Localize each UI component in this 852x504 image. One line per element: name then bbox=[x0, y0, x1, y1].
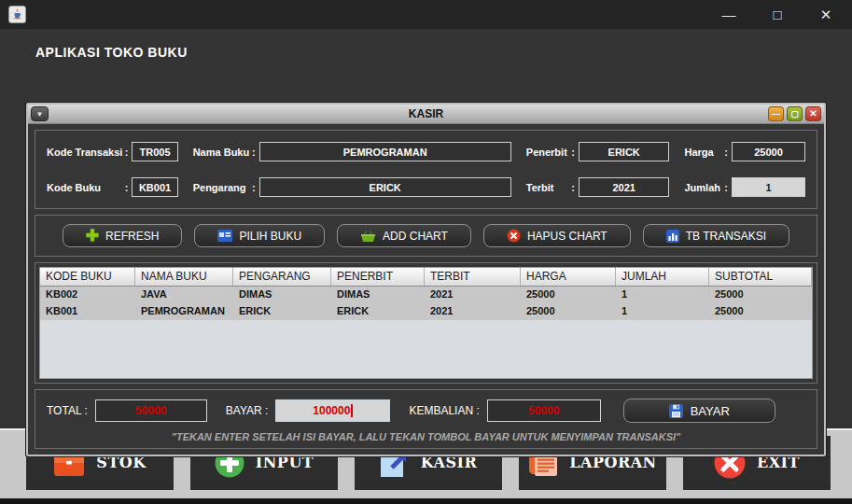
form-panel: Kode Transaksi : TR005 Nama Buku : PEMRO… bbox=[35, 130, 817, 209]
refresh-button[interactable]: ✚ REFRESH bbox=[63, 224, 183, 247]
jumlah-field[interactable]: 1 bbox=[732, 177, 805, 197]
payment-row: TOTAL : 50000 BAYAR : 100000 KEMBALIAN :… bbox=[47, 399, 805, 423]
cell: 25000 bbox=[521, 287, 616, 303]
close-button[interactable]: ✕ bbox=[805, 1, 846, 28]
colon: : bbox=[571, 182, 575, 193]
col-penerbit[interactable]: PENERBIT bbox=[331, 268, 425, 286]
cell: 1 bbox=[616, 287, 709, 303]
bayar-button-label: BAYAR bbox=[691, 404, 730, 418]
cell: PEMROGRAMAN bbox=[135, 303, 233, 320]
frame-minimize-button[interactable]: — bbox=[768, 106, 784, 121]
window-bottom-border bbox=[0, 498, 852, 504]
colon: : bbox=[724, 182, 728, 193]
terbit-field[interactable]: 2021 bbox=[579, 177, 670, 197]
form-row-2: Kode Buku : KB001 Pengarang : ERICK Terb… bbox=[47, 177, 805, 197]
hapus-chart-label: HAPUS CHART bbox=[527, 230, 608, 243]
hapus-chart-button[interactable]: HAPUS CHART bbox=[483, 224, 631, 247]
cell: ERICK bbox=[233, 303, 331, 320]
total-field[interactable]: 50000 bbox=[95, 399, 207, 422]
app-window: — □ ✕ APLIKASI TOKO BUKU ▼ KASIR — ▢ ✕ bbox=[0, 0, 852, 504]
text-cursor bbox=[351, 404, 353, 417]
table-header-row: KODE BUKU NAMA BUKU PENGARANG PENERBIT T… bbox=[40, 268, 812, 287]
basket-icon bbox=[360, 230, 376, 243]
cell: DIMAS bbox=[233, 287, 331, 303]
col-jumlah[interactable]: JUMLAH bbox=[616, 268, 709, 286]
col-nama-buku[interactable]: NAMA BUKU bbox=[135, 268, 233, 286]
cell: DIMAS bbox=[331, 287, 425, 303]
payment-panel: TOTAL : 50000 BAYAR : 100000 KEMBALIAN :… bbox=[35, 389, 817, 449]
pengarang-field[interactable]: ERICK bbox=[259, 177, 511, 197]
table-panel: KODE BUKU NAMA BUKU PENGARANG PENERBIT T… bbox=[35, 262, 817, 384]
harga-label: Harga bbox=[684, 147, 722, 158]
kasir-frame-titlebar[interactable]: ▼ KASIR — ▢ ✕ bbox=[28, 105, 824, 124]
form-row-1: Kode Transaksi : TR005 Nama Buku : PEMRO… bbox=[47, 142, 805, 161]
cell: 1 bbox=[616, 303, 709, 320]
java-coffee-icon bbox=[8, 6, 26, 23]
kasir-frame-title: KASIR bbox=[28, 107, 824, 120]
pengarang-label: Pengarang bbox=[193, 182, 250, 193]
bayar-input[interactable]: 100000 bbox=[275, 399, 390, 422]
add-chart-button[interactable]: ADD CHART bbox=[337, 224, 471, 247]
nama-buku-field[interactable]: PEMROGRAMAN bbox=[259, 142, 511, 161]
bayar-button[interactable]: BAYAR bbox=[623, 399, 775, 423]
nama-buku-label: Nama Buku bbox=[193, 147, 250, 158]
col-subtotal[interactable]: SUBTOTAL bbox=[709, 268, 812, 286]
book-card-icon bbox=[217, 230, 232, 242]
cell: ERICK bbox=[331, 303, 425, 320]
table-row[interactable]: KB002 JAVA DIMAS DIMAS 2021 25000 1 2500… bbox=[40, 287, 812, 303]
bayar-value: 100000 bbox=[313, 404, 350, 417]
refresh-label: REFRESH bbox=[105, 230, 159, 243]
cell: 2021 bbox=[425, 303, 521, 320]
colon: : bbox=[724, 147, 728, 158]
transaction-table[interactable]: KODE BUKU NAMA BUKU PENGARANG PENERBIT T… bbox=[39, 267, 813, 379]
col-pengarang[interactable]: PENGARANG bbox=[233, 268, 331, 286]
delete-x-icon bbox=[507, 229, 521, 243]
frame-maximize-button[interactable]: ▢ bbox=[787, 106, 803, 121]
colon: : bbox=[252, 147, 256, 158]
frame-controls: — ▢ ✕ bbox=[768, 106, 821, 121]
minimize-button[interactable]: — bbox=[708, 1, 749, 28]
main-content: APLIKASI TOKO BUKU ▼ KASIR — ▢ ✕ Kode Tr… bbox=[0, 29, 852, 428]
cell: 2021 bbox=[425, 287, 521, 303]
payment-note: "TEKAN ENTER SETELAH ISI BAYAR, LALU TEK… bbox=[47, 423, 805, 442]
tb-transaksi-button[interactable]: TB TRANSAKSI bbox=[643, 224, 789, 247]
penerbit-label: Penerbit bbox=[526, 147, 569, 158]
kembalian-label: KEMBALIAN : bbox=[409, 404, 479, 417]
maximize-button[interactable]: □ bbox=[757, 1, 798, 28]
plus-icon: ✚ bbox=[86, 228, 99, 244]
cell: 25000 bbox=[709, 287, 812, 303]
frame-menu-button[interactable]: ▼ bbox=[31, 106, 49, 121]
col-kode-buku[interactable]: KODE BUKU bbox=[40, 268, 135, 286]
cell: 25000 bbox=[521, 303, 616, 320]
bayar-label: BAYAR : bbox=[226, 404, 269, 417]
pilih-buku-label: PILIH BUKU bbox=[239, 230, 301, 243]
save-floppy-icon bbox=[669, 404, 683, 418]
cell: KB002 bbox=[40, 287, 135, 303]
window-controls: — □ ✕ bbox=[708, 1, 846, 28]
cell: JAVA bbox=[135, 287, 233, 303]
pilih-buku-button[interactable]: PILIH BUKU bbox=[194, 224, 325, 247]
penerbit-field[interactable]: ERICK bbox=[579, 142, 670, 161]
app-title: APLIKASI TOKO BUKU bbox=[2, 29, 850, 74]
colon: : bbox=[571, 147, 575, 158]
col-harga[interactable]: HARGA bbox=[521, 268, 616, 286]
colon: : bbox=[125, 182, 129, 193]
cell: 25000 bbox=[709, 303, 812, 320]
add-chart-label: ADD CHART bbox=[383, 230, 448, 243]
frame-close-button[interactable]: ✕ bbox=[805, 106, 821, 121]
kode-transaksi-field[interactable]: TR005 bbox=[132, 142, 177, 161]
terbit-label: Terbit bbox=[526, 182, 569, 193]
colon: : bbox=[252, 182, 256, 193]
bar-chart-icon bbox=[666, 230, 679, 243]
harga-field[interactable]: 25000 bbox=[732, 142, 805, 161]
cell: KB001 bbox=[40, 303, 135, 320]
col-terbit[interactable]: TERBIT bbox=[425, 268, 521, 286]
table-row[interactable]: KB001 PEMROGRAMAN ERICK ERICK 2021 25000… bbox=[40, 303, 812, 320]
jumlah-label: Jumlah bbox=[684, 182, 722, 193]
total-label: TOTAL : bbox=[47, 404, 88, 417]
kode-buku-field[interactable]: KB001 bbox=[132, 177, 177, 197]
window-titlebar[interactable]: — □ ✕ bbox=[0, 0, 852, 29]
kode-buku-label: Kode Buku bbox=[47, 182, 123, 193]
kode-transaksi-label: Kode Transaksi bbox=[47, 147, 123, 158]
kembalian-field[interactable]: 50000 bbox=[487, 399, 601, 422]
